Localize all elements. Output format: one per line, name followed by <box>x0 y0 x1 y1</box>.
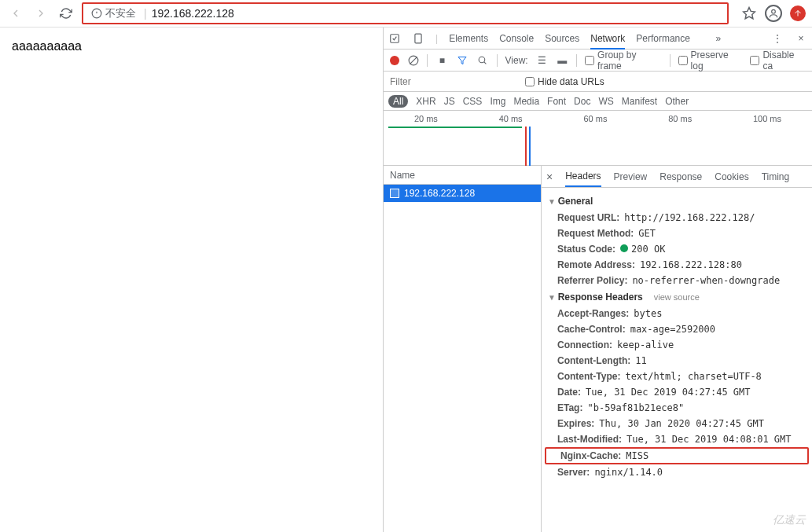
type-filter-css[interactable]: CSS <box>463 96 483 107</box>
tab-performance[interactable]: Performance <box>636 33 690 44</box>
extension-icon[interactable] <box>790 6 806 21</box>
filter-bar: Hide data URLs <box>384 72 812 92</box>
security-indicator: 不安全 <box>91 6 136 20</box>
reload-button[interactable] <box>57 4 75 23</box>
svg-rect-6 <box>415 34 421 43</box>
profile-icon[interactable] <box>765 5 782 22</box>
section-response-headers[interactable]: Response Headersview source <box>542 288 812 306</box>
disable-cache-checkbox[interactable]: Disable ca <box>750 50 806 72</box>
overview-icon[interactable]: ▬ <box>556 54 568 67</box>
waterfall-overview[interactable]: 20 ms40 ms60 ms80 ms100 ms <box>384 111 812 166</box>
svg-point-4 <box>772 9 776 13</box>
header-row: Date:Tue, 31 Dec 2019 04:27:45 GMT <box>542 384 812 400</box>
header-row: Referrer Policy:no-referrer-when-downgra… <box>542 273 812 288</box>
detail-tab-headers[interactable]: Headers <box>565 171 601 187</box>
header-row: Connection:keep-alive <box>542 337 812 353</box>
svg-point-10 <box>479 57 485 63</box>
type-filter-js[interactable]: JS <box>444 96 455 107</box>
detail-close-icon[interactable]: × <box>546 171 553 183</box>
url-text: 192.168.222.128 <box>152 7 234 20</box>
header-row: Status Code:200 OK <box>542 241 812 257</box>
type-filter-media[interactable]: Media <box>513 96 539 107</box>
group-by-frame-checkbox[interactable]: Group by frame <box>585 50 662 72</box>
page-content: aaaaaaaaaa <box>0 28 384 532</box>
document-icon <box>390 189 399 198</box>
header-row: Content-Type:text/html; charset=UTF-8 <box>542 369 812 384</box>
svg-marker-9 <box>458 57 466 64</box>
header-row: Server:nginx/1.14.0 <box>542 464 812 480</box>
forward-button[interactable] <box>31 4 50 23</box>
svg-marker-3 <box>744 8 755 19</box>
camera-icon[interactable]: ■ <box>435 54 448 67</box>
detail-tab-preview[interactable]: Preview <box>614 171 648 182</box>
detail-tabs: × HeadersPreviewResponseCookiesTiming <box>542 166 812 188</box>
devtools-close-icon[interactable]: × <box>795 32 807 45</box>
inspect-icon[interactable] <box>388 32 401 45</box>
header-row: Content-Length:11 <box>542 353 812 369</box>
type-filter-xhr[interactable]: XHR <box>416 96 435 107</box>
header-row: Request Method:GET <box>542 226 812 241</box>
filter-input[interactable] <box>390 76 516 87</box>
network-toolbar: ■ View: ☰ ▬ Group by frame Preserve log … <box>384 50 812 72</box>
bookmark-icon[interactable] <box>741 6 757 21</box>
type-filter-manifest[interactable]: Manifest <box>622 96 657 107</box>
detail-tab-response[interactable]: Response <box>660 171 702 182</box>
devtools-panel: | ElementsConsoleSourcesNetworkPerforman… <box>384 28 812 532</box>
record-button[interactable] <box>390 56 399 65</box>
tab-elements[interactable]: Elements <box>449 33 488 44</box>
devtools-tabs: | ElementsConsoleSourcesNetworkPerforman… <box>384 28 812 50</box>
detail-tab-timing[interactable]: Timing <box>762 171 790 182</box>
large-rows-icon[interactable]: ☰ <box>536 54 549 67</box>
more-tabs-icon[interactable]: » <box>712 32 725 45</box>
tab-console[interactable]: Console <box>499 33 534 44</box>
type-filter-doc[interactable]: Doc <box>574 96 590 107</box>
header-row: Cache-Control:max-age=2592000 <box>542 321 812 337</box>
svg-line-8 <box>410 57 417 64</box>
request-list-header[interactable]: Name <box>384 166 541 185</box>
browser-toolbar: 不安全 | 192.168.222.128 <box>0 0 812 28</box>
preserve-log-checkbox[interactable]: Preserve log <box>678 50 743 72</box>
devtools-menu-icon[interactable]: ⋮ <box>771 32 784 45</box>
type-filter-all[interactable]: All <box>388 95 408 108</box>
detail-tab-cookies[interactable]: Cookies <box>715 171 748 182</box>
address-bar[interactable]: 不安全 | 192.168.222.128 <box>82 2 729 24</box>
svg-line-11 <box>484 62 487 64</box>
tab-network[interactable]: Network <box>590 33 625 50</box>
header-row: Expires:Thu, 30 Jan 2020 04:27:45 GMT <box>542 416 812 431</box>
request-row[interactable]: 192.168.222.128 <box>384 185 541 202</box>
headers-body: GeneralRequest URL:http://192.168.222.12… <box>542 188 812 532</box>
type-filter-other[interactable]: Other <box>665 96 689 107</box>
type-filter-font[interactable]: Font <box>547 96 566 107</box>
tab-sources[interactable]: Sources <box>545 33 579 44</box>
request-list: Name 192.168.222.128 <box>384 166 542 532</box>
header-row: Nginx-Cache:MISS <box>545 447 809 464</box>
type-filter-img[interactable]: Img <box>490 96 505 107</box>
header-row: Last-Modified:Tue, 31 Dec 2019 04:08:01 … <box>542 431 812 447</box>
search-icon[interactable] <box>476 54 489 67</box>
type-filter-ws[interactable]: WS <box>598 96 613 107</box>
type-filter-bar: AllXHRJSCSSImgMediaFontDocWSManifestOthe… <box>384 92 812 111</box>
filter-icon[interactable] <box>456 54 468 67</box>
header-row: ETag:"b-59af81b21ece8" <box>542 400 812 416</box>
clear-icon[interactable] <box>407 54 420 67</box>
section-general[interactable]: General <box>542 193 812 210</box>
device-icon[interactable] <box>412 32 424 45</box>
header-row: Request URL:http://192.168.222.128/ <box>542 210 812 226</box>
hide-data-urls-checkbox[interactable]: Hide data URLs <box>525 76 604 87</box>
header-row: Remote Address:192.168.222.128:80 <box>542 257 812 273</box>
request-detail: × HeadersPreviewResponseCookiesTiming Ge… <box>542 166 812 532</box>
header-row: Accept-Ranges:bytes <box>542 306 812 321</box>
back-button[interactable] <box>6 4 25 23</box>
